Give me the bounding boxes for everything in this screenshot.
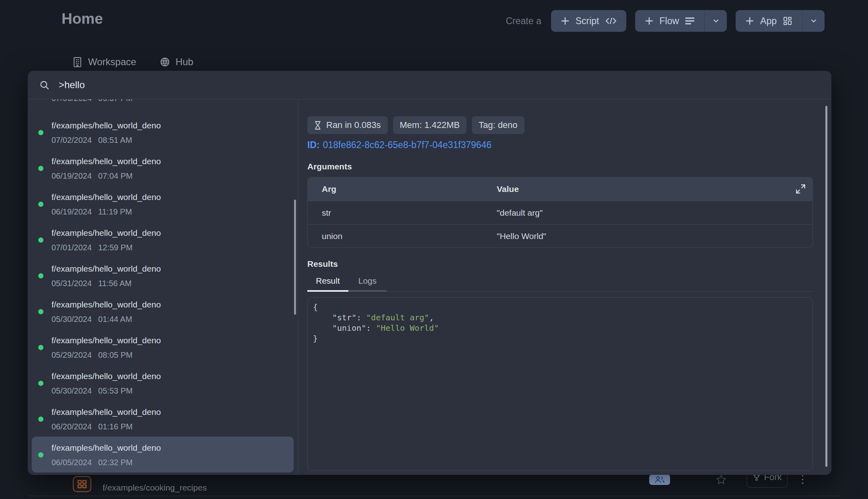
tab-workspace[interactable]: Workspace [72,56,136,68]
create-app-button[interactable]: App [736,10,802,32]
create-flow-button[interactable]: Flow [635,10,705,32]
run-id-row: ID:018fe862-8c62-65e8-b7f7-04e31f379646 [307,140,831,151]
run-date: 06/19/2024 [51,207,92,217]
success-dot-icon [38,166,43,171]
run-date: 05/29/2024 [51,351,92,360]
list-item-run[interactable]: f/examples/hello_world_deno 06/20/2024 0… [32,401,294,437]
memory-badge: Mem: 1.422MB [393,116,467,134]
arg-value: "default arg" [483,208,812,218]
building-icon [72,57,82,68]
list-item-run[interactable]: f/examples/hello_world_deno 06/19/2024 0… [32,150,294,186]
create-script-button-main[interactable]: Script [551,10,626,32]
create-script-button[interactable]: Script [551,10,626,32]
hourglass-icon [314,121,321,130]
tab-logs[interactable]: Logs [348,273,387,292]
tab-workspace-label: Workspace [88,56,136,68]
run-date: 05/30/2024 [51,386,92,396]
search-bar[interactable]: >hello [28,71,831,99]
duration-badge: Ran in 0.083s [307,116,388,134]
arg-name: str [308,208,483,218]
chevron-down-icon [712,17,720,25]
list-item-run[interactable]: f/examples/hello_world_deno 05/30/2024 0… [32,365,294,401]
create-flow-dropdown-button[interactable] [704,10,727,32]
search-icon [39,80,50,91]
list-item-run[interactable]: f/examples/hello_world_deno 05/31/2024 1… [32,258,294,293]
arguments-table: Arg Value str "default arg" [307,177,813,248]
search-input[interactable]: >hello [59,79,85,91]
create-toolbar: Create a Script Flow [506,10,825,32]
list-item-run[interactable]: f/examples/hello_world_deno 07/02/2024 0… [32,114,294,150]
list-item-run[interactable]: f/examples/hello_world_deno 07/01/2024 1… [32,222,294,258]
run-date: 06/05/2024 [51,458,92,467]
run-date: 06/19/2024 [51,171,92,181]
flow-menu-icon [685,17,695,25]
success-dot-icon [38,130,43,135]
success-dot-icon [38,381,43,386]
results-title: Results [307,259,831,269]
create-script-label: Script [576,16,599,27]
run-time: 01:16 PM [98,422,133,431]
detail-panel-scrollbar[interactable] [825,106,827,467]
json-line: "str": "default arg", [313,312,812,323]
list-item-run[interactable]: f/examples/hello_world_deno 05/30/2024 0… [32,293,294,329]
background-item-path[interactable]: f/examples/cooking_recipes [103,483,207,493]
more-options-icon[interactable]: ⋮ [797,474,808,485]
create-flow-split-button: Flow [635,10,727,32]
json-key: "union" [332,323,366,333]
success-dot-icon [38,417,43,422]
run-time: 05:53 PM [98,386,133,396]
success-dot-icon [38,202,43,207]
result-json-viewer: { "str": "default arg", "union": "Hello … [307,297,813,471]
json-close-brace: } [313,333,812,344]
tag-badge: Tag: deno [472,116,525,134]
plus-icon [745,16,754,25]
run-path: f/examples/hello_world_deno [51,443,161,453]
run-path: f/examples/hello_world_deno [51,336,161,345]
run-path: f/examples/hello_world_deno [51,192,161,202]
run-time: 01:44 AM [98,315,132,324]
tab-hub-label: Hub [176,56,193,68]
column-value: Value [483,184,812,194]
list-item-run[interactable]: f/examples/hello_world_deno 06/19/2024 1… [32,186,294,222]
success-dot-icon [38,273,43,278]
run-list-scrollbar[interactable] [294,200,296,315]
run-time: 11:56 AM [98,279,132,288]
shared-users-badge[interactable] [649,474,670,485]
home-page: Home Create a Script Flow [0,0,868,499]
run-path: f/examples/hello_world_deno [51,300,161,309]
success-dot-icon [38,345,43,350]
run-time: 08:05 PM [98,351,133,360]
arguments-table-row: str "default arg" [308,201,812,224]
tab-hub[interactable]: Hub [160,56,193,68]
arguments-table-row: union "Hello World" [308,224,812,247]
list-item-clipped[interactable]: 07/06/2024 06:37 PM [32,99,294,109]
run-list: 07/06/2024 06:37 PM f/examples/hello_wor… [28,99,298,475]
modal-body: 07/06/2024 06:37 PM f/examples/hello_wor… [28,99,831,475]
tab-result[interactable]: Result [307,273,348,292]
run-id-value[interactable]: 018fe862-8c62-65e8-b7f7-04e31f379646 [323,140,492,150]
run-path: f/examples/hello_world_deno [51,121,161,130]
create-prefix-label: Create a [506,16,541,27]
run-time: 08:51 AM [98,136,132,145]
run-path: f/examples/hello_world_deno [51,264,161,274]
list-item-run[interactable]: f/examples/hello_world_deno 05/29/2024 0… [32,329,294,365]
run-date: 05/30/2024 [51,315,92,324]
run-date: 07/06/2024 [51,99,92,103]
list-item-run[interactable]: f/examples/hello_world_deno 06/05/2024 0… [32,437,294,472]
arguments-title: Arguments [307,162,831,171]
favorite-star-icon[interactable] [716,474,727,487]
plus-icon [561,16,570,25]
json-line: "union": "Hello World" [313,323,812,333]
json-open-brace: { [313,302,812,312]
run-path: f/examples/hello_world_deno [51,407,161,417]
chevron-down-icon [810,17,818,25]
arg-value: "Hello World" [483,231,812,241]
create-app-dropdown-button[interactable] [802,10,825,32]
json-key: "str" [332,313,356,322]
command-palette-modal: >hello 07/06/2024 06:37 PM f/examples/ [28,71,831,475]
arg-name: union [308,231,483,241]
page-title: Home [62,10,103,27]
run-time: 12:59 PM [98,243,133,252]
expand-icon[interactable] [795,184,806,194]
app-icon-cooking-recipes[interactable] [73,476,91,492]
